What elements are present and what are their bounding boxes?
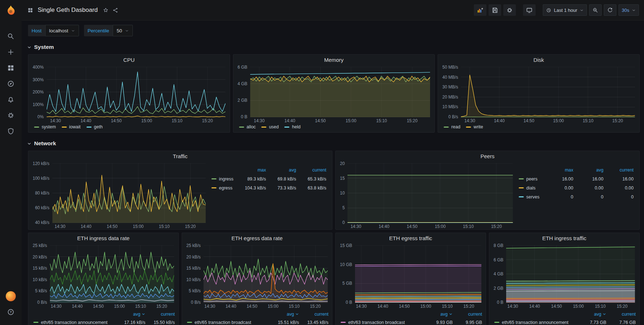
panel-title[interactable]: Memory [233, 55, 435, 65]
search-icon[interactable] [0, 28, 22, 44]
panel-title[interactable]: Traffic [28, 151, 332, 161]
alerting-bell-icon[interactable] [0, 92, 22, 107]
legend: avg current eth/65 transaction announcem… [28, 309, 178, 325]
panel-title[interactable]: ETH egress data rate [182, 233, 332, 243]
variable-value-host[interactable]: localhost [45, 25, 79, 36]
zoom-out-button[interactable] [589, 4, 602, 16]
save-icon [491, 7, 498, 14]
variable-value-percentile[interactable]: 50 [113, 25, 133, 36]
panel-title[interactable]: Peers [336, 151, 639, 161]
save-dashboard-button[interactable] [489, 4, 501, 16]
row-title: Network [34, 140, 56, 147]
refresh-icon [607, 7, 613, 13]
legend-item[interactable]: peers [519, 177, 543, 182]
legend-item[interactable]: write [466, 124, 483, 129]
grafana-logo[interactable] [0, 0, 22, 20]
nav-right: Last 1 hour 30s [474, 4, 639, 16]
dashboard-canvas: System CPU 400%300%200%100%0% 14:3014:40… [22, 42, 644, 325]
row-header-system[interactable]: System [27, 42, 640, 52]
user-avatar[interactable] [0, 288, 22, 304]
legend-label: alloc [247, 124, 256, 129]
legend-header: avg current [494, 310, 636, 318]
legend-col-avg[interactable]: avg [573, 168, 603, 173]
legend-item[interactable]: eth/65 transaction announcement [494, 320, 573, 325]
eth-egress-traffic-chart[interactable]: 15 GB10 GB5 GB0 B 14:3014:4014:5015:0015… [336, 243, 486, 309]
legend-header: avg current [341, 310, 482, 318]
legend-col-avg[interactable]: avg [112, 312, 145, 317]
legend-col-avg[interactable]: avg [573, 312, 606, 317]
apps-grid-icon [27, 7, 33, 13]
traffic-chart[interactable]: 120 kB/s100 kB/s80 kB/s60 kB/s40 kB/s 14… [28, 161, 210, 229]
peers-chart[interactable]: 20151050 14:3014:4014:5015:0015:1015:20 [336, 161, 517, 229]
legend-label: held [292, 124, 300, 129]
panel-title[interactable]: ETH egress traffic [336, 233, 486, 243]
panel-title[interactable]: Disk [438, 55, 639, 65]
legend-col-current[interactable]: current [606, 312, 636, 317]
legend-col-max[interactable]: max [236, 168, 266, 173]
explore-compass-icon[interactable] [0, 76, 22, 92]
cycle-view-button[interactable] [523, 4, 536, 16]
legend-col-current[interactable]: current [299, 312, 328, 317]
legend-item[interactable]: serves [519, 194, 543, 200]
disk-chart[interactable]: 50 MB/s40 MB/s30 MB/s20 MB/s10 MB/s0 B/s… [438, 65, 639, 124]
legend-item[interactable]: eth/65 transaction broadcast [187, 320, 266, 325]
create-plus-icon[interactable] [0, 44, 22, 60]
add-panel-button[interactable] [474, 4, 486, 16]
legend-col-avg[interactable]: avg [266, 312, 299, 317]
legend-item[interactable]: read [444, 124, 460, 129]
legend-item[interactable]: used [261, 124, 279, 129]
plot-area [250, 67, 430, 117]
panel-peers: Peers 20151050 14:3014:4014:5015:0015:10… [335, 151, 640, 230]
legend-item[interactable]: system [34, 124, 56, 129]
y-axis-labels: 20151050 [340, 161, 347, 225]
time-range-button[interactable]: Last 1 hour [543, 4, 587, 16]
legend-item[interactable]: alloc [239, 124, 256, 129]
eth-egress-rate-chart[interactable]: 25 kB/s20 kB/s15 kB/s10 kB/s5 kB/s0 B/s … [182, 243, 332, 309]
server-admin-shield-icon[interactable] [0, 123, 22, 139]
panel-eth-ingress-data-rate: ETH ingress data rate 25 kB/s20 kB/s15 k… [28, 233, 179, 325]
dashboard-settings-button[interactable] [503, 4, 516, 16]
eth-ingress-rate-chart[interactable]: 25 kB/s20 kB/s15 kB/s10 kB/s5 kB/s0 B/s … [28, 243, 178, 309]
legend-col-avg[interactable]: avg [266, 168, 296, 173]
legend-item[interactable]: iowait [62, 124, 81, 129]
panel-eth-egress-traffic: ETH egress traffic 15 GB10 GB5 GB0 B 14:… [335, 233, 486, 325]
legend-item[interactable]: held [284, 124, 300, 129]
help-icon[interactable]: ? [0, 304, 22, 320]
row-header-network[interactable]: Network [27, 138, 640, 148]
legend-item[interactable]: eth/65 transaction announcement [33, 320, 112, 325]
legend-item[interactable]: egress [211, 186, 236, 191]
panel-title[interactable]: ETH ingress traffic [489, 233, 639, 243]
configuration-gear-icon[interactable] [0, 107, 22, 123]
legend-table: max avg current peers 16.00 16.00 16.00 [517, 161, 639, 229]
plot-area [506, 245, 635, 303]
legend-item[interactable]: ingress [211, 177, 236, 182]
dashboard-title[interactable]: Single Geth Dasboard [38, 6, 98, 14]
refresh-button[interactable] [604, 4, 616, 16]
legend-col-current[interactable]: current [145, 312, 175, 317]
legend-col-avg[interactable]: avg [420, 312, 453, 317]
legend-item[interactable]: dials [519, 186, 543, 191]
stat-avg: 17.16 kB/s [112, 320, 145, 325]
legend-col-current[interactable]: current [296, 168, 326, 173]
eth-ingress-traffic-chart[interactable]: 8 GB6 GB4 GB2 GB0 B 14:3014:4014:5015:00… [489, 243, 639, 309]
series-marker [284, 127, 289, 128]
legend-col-max[interactable]: max [543, 168, 573, 173]
stat-max: 0.00 [543, 186, 573, 191]
row-title: System [34, 44, 54, 50]
legend-col-current[interactable]: current [453, 312, 482, 317]
cpu-chart[interactable]: 400%300%200%100%0% 14:3014:4014:5015:001… [28, 65, 230, 124]
star-icon[interactable] [103, 7, 109, 13]
chevron-down-icon [27, 141, 32, 146]
legend-row: eth/65 transaction announcement 17.16 kB… [33, 318, 175, 325]
memory-chart[interactable]: 6 GB4 GB2 GB0 B 14:3014:4014:5015:0015:1… [233, 65, 435, 124]
plot-area [50, 245, 174, 303]
share-icon[interactable] [112, 7, 118, 13]
panel-title[interactable]: ETH ingress data rate [28, 233, 178, 243]
legend-item[interactable]: eth/63 transaction broadcast [341, 320, 420, 325]
refresh-interval-button[interactable]: 30s [619, 4, 639, 16]
panel-title[interactable]: CPU [28, 55, 230, 65]
sort-chevron-down-icon [295, 312, 299, 316]
legend-item[interactable]: geth [87, 124, 103, 129]
legend-col-current[interactable]: current [603, 168, 634, 173]
dashboards-icon[interactable] [0, 60, 22, 76]
